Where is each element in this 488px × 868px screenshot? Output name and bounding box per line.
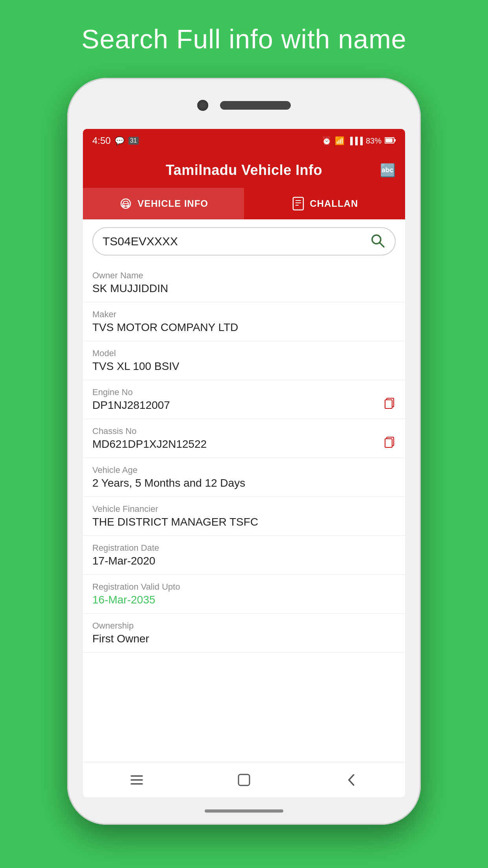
- maker-label: Maker: [92, 309, 396, 320]
- wifi-icon: 📶: [335, 136, 345, 145]
- registration-valid-upto-value: 16-Mar-2035: [92, 594, 396, 606]
- vehicle-financier-value: THE DISTRICT MANAGER TSFC: [92, 516, 396, 528]
- page-title: Search Full info with name: [81, 24, 406, 54]
- battery-pct: 83%: [366, 136, 382, 145]
- phone-speaker: [220, 101, 291, 110]
- tab-challan[interactable]: CHALLAN: [244, 188, 405, 219]
- search-box: TS04EVXXXX: [92, 227, 396, 256]
- nav-home-button[interactable]: [228, 770, 260, 790]
- vehicle-financier-row: Vehicle Financier THE DISTRICT MANAGER T…: [83, 497, 405, 536]
- status-bar: 4:50 💬 31 ⏰ 📶 ▐▐▐ 83%: [83, 129, 405, 153]
- owner-name-label: Owner Name: [92, 270, 396, 281]
- tab-bar: VEHICLE INFO CHALLAN: [83, 188, 405, 219]
- status-right: ⏰ 📶 ▐▐▐ 83%: [322, 136, 396, 146]
- maker-row: Maker TVS MOTOR COMPANY LTD: [83, 302, 405, 341]
- battery-icon: [385, 136, 396, 146]
- app-bar: Tamilnadu Vehicle Info 🔤: [83, 153, 405, 188]
- svg-rect-14: [385, 400, 392, 408]
- vehicle-info-list: Owner Name SK MUJJIDDIN Maker TVS MOTOR …: [83, 263, 405, 762]
- chassis-no-label: Chassis No: [92, 426, 396, 436]
- phone-screen: 4:50 💬 31 ⏰ 📶 ▐▐▐ 83% Tamiln: [83, 129, 405, 797]
- owner-name-row: Owner Name SK MUJJIDDIN: [83, 263, 405, 302]
- registration-valid-upto-row: Registration Valid Upto 16-Mar-2035: [83, 575, 405, 614]
- calendar-icon: 31: [128, 137, 139, 145]
- engine-no-copy-button[interactable]: [384, 397, 396, 411]
- vehicle-icon: [119, 197, 133, 211]
- vehicle-financier-label: Vehicle Financier: [92, 504, 396, 514]
- engine-no-label: Engine No: [92, 387, 396, 397]
- phone-camera-area: [197, 100, 291, 111]
- ownership-value: First Owner: [92, 633, 396, 645]
- registration-date-label: Registration Date: [92, 543, 396, 553]
- chassis-no-row: Chassis No MD621DP1XJ2N12522: [83, 419, 405, 458]
- ownership-label: Ownership: [92, 621, 396, 631]
- model-value: TVS XL 100 BSIV: [92, 360, 396, 373]
- phone-top-bar: [67, 78, 421, 129]
- phone-shell: 4:50 💬 31 ⏰ 📶 ▐▐▐ 83% Tamiln: [67, 78, 421, 825]
- tab-vehicle-info[interactable]: VEHICLE INFO: [83, 188, 244, 219]
- home-indicator: [205, 809, 283, 813]
- signal-icon: ▐▐▐: [348, 137, 363, 145]
- chassis-no-copy-button[interactable]: [384, 436, 396, 450]
- vehicle-age-row: Vehicle Age 2 Years, 5 Months and 12 Day…: [83, 458, 405, 497]
- nav-menu-button[interactable]: [121, 770, 152, 790]
- status-time: 4:50: [92, 135, 111, 146]
- svg-rect-2: [394, 139, 396, 142]
- model-label: Model: [92, 348, 396, 359]
- registration-date-row: Registration Date 17-Mar-2020: [83, 536, 405, 575]
- owner-name-value: SK MUJJIDDIN: [92, 282, 396, 295]
- model-row: Model TVS XL 100 BSIV: [83, 341, 405, 380]
- bottom-nav: [83, 762, 405, 797]
- tab-challan-label: CHALLAN: [310, 198, 358, 209]
- registration-valid-upto-label: Registration Valid Upto: [92, 582, 396, 592]
- vehicle-age-label: Vehicle Age: [92, 465, 396, 475]
- engine-no-value: DP1NJ2812007: [92, 399, 396, 412]
- status-left: 4:50 💬 31: [92, 135, 139, 146]
- svg-rect-7: [293, 197, 303, 210]
- svg-line-12: [380, 243, 384, 247]
- search-button[interactable]: [370, 233, 385, 250]
- nav-back-button[interactable]: [336, 770, 367, 790]
- alarm-icon: ⏰: [322, 136, 332, 145]
- app-bar-title: Tamilnadu Vehicle Info: [166, 162, 322, 178]
- message-icon: 💬: [115, 136, 125, 145]
- front-camera: [197, 100, 208, 111]
- phone-bottom: [67, 797, 421, 825]
- svg-rect-16: [385, 439, 392, 447]
- maker-value: TVS MOTOR COMPANY LTD: [92, 321, 396, 334]
- ownership-row: Ownership First Owner: [83, 614, 405, 653]
- svg-rect-1: [385, 138, 393, 142]
- challan-icon: [291, 197, 305, 211]
- svg-rect-20: [238, 774, 250, 785]
- translate-icon[interactable]: 🔤: [380, 163, 396, 178]
- search-container: TS04EVXXXX: [83, 219, 405, 263]
- engine-no-row: Engine No DP1NJ2812007: [83, 380, 405, 419]
- vehicle-age-value: 2 Years, 5 Months and 12 Days: [92, 477, 396, 489]
- chassis-no-value: MD621DP1XJ2N12522: [92, 438, 396, 451]
- search-input[interactable]: TS04EVXXXX: [103, 235, 370, 248]
- tab-vehicle-info-label: VEHICLE INFO: [138, 198, 208, 209]
- registration-date-value: 17-Mar-2020: [92, 555, 396, 567]
